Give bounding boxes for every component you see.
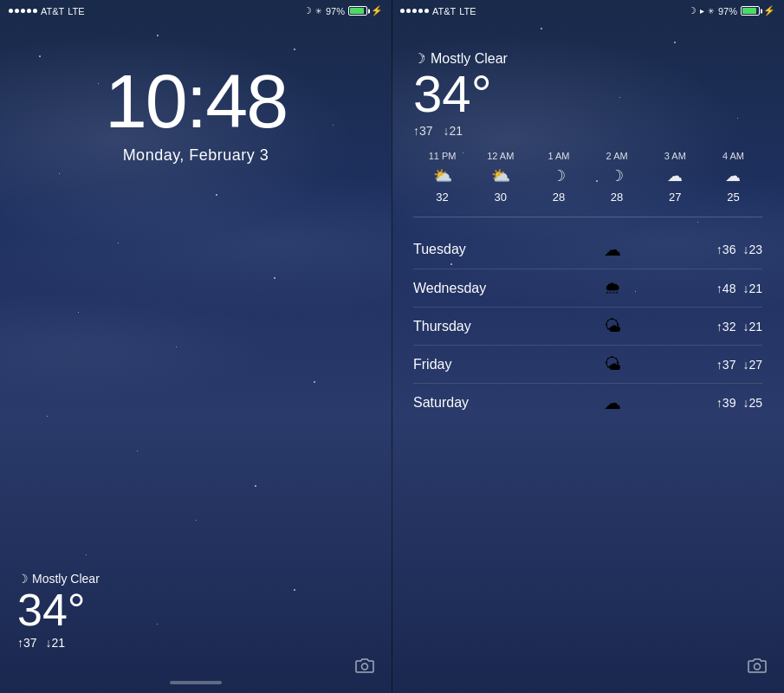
daily-icon: 🌧 bbox=[509, 278, 716, 298]
hourly-temp: 27 bbox=[669, 191, 681, 204]
daily-high: 32 bbox=[716, 320, 736, 334]
weather-widget: ☽ Mostly Clear 34° ↑37 ↓21 11 PM ⛅ 32 12… bbox=[392, 37, 784, 431]
lock-screen-content: 10:48 Monday, February 3 bbox=[0, 20, 392, 165]
bluetooth-icon-right: ✳ bbox=[708, 7, 715, 16]
current-hi-lo: ↑37 ↓21 bbox=[413, 124, 762, 138]
daily-temps: 48 21 bbox=[716, 282, 762, 295]
signal-dot-r1 bbox=[400, 9, 405, 13]
daily-high: 48 bbox=[716, 282, 736, 295]
hourly-icon: ⛅ bbox=[433, 166, 452, 185]
battery-fill bbox=[350, 8, 364, 14]
home-indicator bbox=[170, 681, 222, 684]
screen-divider bbox=[392, 0, 392, 693]
current-high: ↑37 bbox=[413, 124, 433, 138]
daily-low: 27 bbox=[742, 358, 762, 372]
lock-low: ↓21 bbox=[46, 636, 66, 650]
svg-point-0 bbox=[362, 664, 368, 670]
signal-dot-1 bbox=[9, 9, 13, 13]
hourly-time: 4 AM bbox=[722, 151, 744, 161]
camera-icon[interactable] bbox=[355, 657, 374, 677]
right-phone-screen: AT&T LTE ☽ ▸ ✳ 97% ⚡ ☽ Mostly Clear 34° … bbox=[392, 0, 784, 693]
hourly-item: 1 AM ☽ 28 bbox=[529, 151, 587, 204]
status-right-right: ☽ ▸ ✳ 97% ⚡ bbox=[688, 5, 775, 16]
daily-low: 21 bbox=[742, 282, 762, 295]
svg-point-1 bbox=[755, 664, 761, 670]
daily-item: Thursday 🌤 32 21 bbox=[413, 308, 762, 346]
lock-temperature: 34° bbox=[17, 587, 100, 632]
daily-day: Wednesday bbox=[413, 281, 509, 296]
daily-item: Friday 🌤 37 27 bbox=[413, 346, 762, 384]
status-left-right: AT&T LTE bbox=[400, 6, 476, 16]
signal-dot-5 bbox=[33, 9, 37, 13]
battery-container bbox=[348, 6, 367, 16]
left-phone-screen: AT&T LTE ☽ ✳ 97% ⚡ 10:48 Monday, Februar… bbox=[0, 0, 392, 693]
moon-icon-right: ☽ bbox=[688, 5, 697, 16]
hourly-time: 2 AM bbox=[606, 151, 628, 161]
daily-icon: ☁ bbox=[509, 239, 716, 260]
daily-low: 21 bbox=[742, 320, 762, 334]
daily-item: Tuesday ☁ 36 23 bbox=[413, 230, 762, 269]
carrier-label: AT&T bbox=[41, 6, 64, 16]
daily-item: Wednesday 🌧 48 21 bbox=[413, 269, 762, 308]
signal-strength bbox=[9, 9, 37, 13]
hourly-item: 2 AM ☽ 28 bbox=[588, 151, 646, 204]
signal-dot-r2 bbox=[406, 9, 411, 13]
lock-condition-text: Mostly Clear bbox=[32, 572, 100, 586]
daily-temps: 37 27 bbox=[716, 358, 762, 372]
current-low: ↓21 bbox=[444, 124, 463, 138]
hourly-item: 3 AM ☁ 27 bbox=[646, 151, 704, 204]
daily-temps: 39 25 bbox=[716, 396, 762, 410]
signal-dot-2 bbox=[15, 9, 19, 13]
hourly-temp: 28 bbox=[611, 191, 623, 204]
daily-high: 36 bbox=[716, 243, 736, 256]
daily-low: 23 bbox=[742, 243, 762, 256]
signal-dot-r3 bbox=[412, 9, 417, 13]
daily-day: Thursday bbox=[413, 319, 509, 334]
hourly-temp: 25 bbox=[727, 191, 739, 204]
battery-icon-right bbox=[741, 6, 760, 16]
signal-dot-r5 bbox=[424, 9, 429, 13]
clock-time: 10:48 bbox=[105, 63, 287, 139]
battery-percent: 97% bbox=[326, 6, 345, 16]
signal-strength-right bbox=[400, 9, 429, 13]
daily-high: 37 bbox=[716, 358, 736, 372]
hourly-icon: ☽ bbox=[610, 166, 624, 185]
daily-day: Saturday bbox=[413, 395, 509, 411]
status-bar-left: AT&T LTE ☽ ✳ 97% ⚡ bbox=[0, 0, 392, 20]
hourly-item: 12 AM ⛅ 30 bbox=[471, 151, 529, 204]
hourly-icon: ☽ bbox=[552, 166, 566, 185]
daily-icon: 🌤 bbox=[509, 354, 716, 374]
hourly-icon: ☁ bbox=[667, 166, 683, 185]
daily-icon: 🌤 bbox=[509, 316, 716, 336]
battery-icon bbox=[348, 6, 367, 16]
hourly-time: 1 AM bbox=[548, 151, 569, 161]
hourly-time: 3 AM bbox=[664, 151, 686, 161]
daily-high: 39 bbox=[716, 396, 736, 410]
signal-dot-r4 bbox=[418, 9, 423, 13]
battery-container-right bbox=[741, 6, 760, 16]
daily-temps: 36 23 bbox=[716, 243, 762, 256]
hourly-time: 12 AM bbox=[487, 151, 514, 161]
lock-high: ↑37 bbox=[17, 636, 37, 650]
network-label: LTE bbox=[68, 6, 84, 16]
bolt-icon-right: ⚡ bbox=[763, 5, 775, 16]
hourly-icon: ☁ bbox=[725, 166, 741, 185]
lock-weather: ☽ Mostly Clear 34° ↑37 ↓21 bbox=[17, 572, 100, 650]
daily-icon: ☁ bbox=[509, 392, 716, 413]
camera-icon-right[interactable] bbox=[748, 657, 767, 677]
bolt-icon: ⚡ bbox=[371, 5, 383, 16]
hourly-time: 11 PM bbox=[429, 151, 457, 161]
daily-forecast: Tuesday ☁ 36 23 Wednesday 🌧 48 21 Thursd… bbox=[413, 230, 762, 422]
carrier-label-right: AT&T bbox=[432, 6, 456, 16]
battery-fill-right bbox=[742, 8, 756, 14]
hourly-item: 4 AM ☁ 25 bbox=[704, 151, 762, 204]
daily-temps: 32 21 bbox=[716, 320, 762, 334]
network-label-right: LTE bbox=[459, 6, 476, 16]
condition-text: Mostly Clear bbox=[431, 51, 508, 67]
location-icon-right: ▸ bbox=[700, 6, 704, 16]
hourly-temp: 32 bbox=[436, 191, 448, 204]
status-left: AT&T LTE bbox=[9, 6, 85, 16]
hourly-temp: 30 bbox=[495, 191, 507, 204]
lock-weather-condition: ☽ Mostly Clear bbox=[17, 572, 100, 586]
signal-dot-3 bbox=[21, 9, 25, 13]
